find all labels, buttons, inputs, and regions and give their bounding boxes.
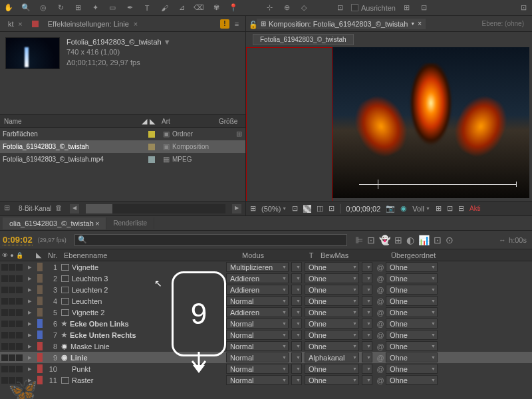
track-matte-type[interactable]: ▼ [362, 262, 372, 272]
layer-label[interactable] [37, 331, 43, 339]
col-name[interactable]: Name [0, 118, 139, 125]
lock-toggle[interactable] [16, 366, 23, 372]
transparency-icon[interactable] [303, 205, 311, 213]
view1-icon[interactable]: ⊞ [436, 204, 442, 213]
layer-name[interactable]: ◉Linie [61, 353, 226, 362]
scroll-left-icon[interactable]: ◀ [70, 204, 79, 213]
comp-thumbnail[interactable] [5, 37, 60, 69]
mask-icon[interactable]: ◫ [317, 204, 323, 213]
visibility-toggle[interactable] [1, 287, 8, 293]
track-matte-type[interactable]: ▼ [362, 341, 372, 351]
view2-icon[interactable]: ⊡ [447, 204, 453, 213]
parent-dropdown[interactable]: Ohne▼ [386, 375, 438, 385]
channel-icon[interactable]: ◉ [400, 204, 407, 213]
track-matte-dropdown[interactable]: Alphakanal▼ [305, 352, 359, 362]
layer-row[interactable]: ▸ 8 ◉Maske Linie Normal▼ ▼ Ohne▼ ▼ @ Ohn… [0, 340, 532, 352]
pickwhip-icon[interactable]: @ [375, 320, 386, 328]
align-checkbox[interactable]: Ausrichten [351, 4, 396, 12]
close-icon[interactable]: × [18, 20, 22, 28]
brush-tool-icon[interactable]: 🖌 [158, 2, 170, 14]
solo-toggle[interactable] [9, 275, 15, 282]
parent-dropdown[interactable]: Ohne▼ [386, 307, 438, 317]
blend-mode-dropdown[interactable]: Addieren▼ [226, 285, 289, 295]
pickwhip-icon[interactable]: @ [375, 263, 386, 271]
lock-toggle[interactable] [16, 321, 23, 327]
solo-toggle[interactable] [9, 287, 15, 293]
layer-row[interactable]: ▸ 3 Leuchten 2 Addieren▼ ▼ Ohne▼ ▼ @ Ohn… [0, 284, 532, 295]
expand-icon[interactable]: ▸ [24, 285, 36, 294]
auto-key-icon[interactable]: ⊙ [446, 235, 454, 245]
interpret-icon[interactable]: ⊞ [4, 203, 15, 214]
col-size[interactable]: Größe [219, 118, 245, 125]
track-matte-type[interactable]: ▼ [362, 364, 372, 374]
used-dropdown-icon[interactable]: ▼ [164, 38, 171, 46]
comp-mini-icon[interactable]: ⊫ [355, 235, 363, 245]
frame-blend-icon[interactable]: ⊞ [394, 235, 402, 245]
parent-dropdown[interactable]: Ohne▼ [386, 296, 438, 306]
expand-icon[interactable]: ▸ [24, 342, 36, 350]
graph-icon[interactable]: 📊 [418, 235, 430, 245]
panel-menu-icon[interactable]: ≡ [231, 18, 243, 30]
active-camera[interactable]: Akti [469, 205, 481, 212]
solo-toggle[interactable] [9, 298, 15, 305]
layer-name[interactable]: Leuchten [61, 297, 226, 305]
blend-mode-dropdown[interactable]: Multiplizieren▼ [226, 262, 289, 272]
shy-icon[interactable]: 👻 [379, 235, 390, 245]
preserve-transparency-dropdown[interactable]: ▼ [291, 262, 302, 272]
col-name[interactable]: Ebenenname [61, 251, 239, 259]
track-matte-dropdown[interactable]: Ohne▼ [305, 307, 359, 317]
lock-toggle[interactable] [16, 275, 23, 282]
solo-toggle[interactable] [9, 309, 15, 316]
track-matte-type[interactable]: ▼ [362, 330, 372, 340]
preserve-transparency-dropdown[interactable]: ▼ [291, 352, 302, 362]
preserve-transparency-dropdown[interactable]: ▼ [291, 330, 302, 340]
track-matte-dropdown[interactable]: Ohne▼ [305, 262, 359, 272]
layer-name[interactable]: Punkt [61, 365, 226, 373]
lock-toggle[interactable] [16, 309, 23, 316]
snapshot-icon[interactable]: 📷 [386, 204, 395, 213]
layer-tab[interactable]: Ebene: (ohne) [482, 20, 529, 27]
layer-row[interactable]: ▸ 9 ◉Linie Normal▼ ▼ Alphakanal▼ ▼ @ Ohn… [0, 352, 532, 363]
layer-label[interactable] [37, 319, 43, 328]
blend-mode-dropdown[interactable]: Normal▼ [226, 330, 289, 340]
view-axis-icon[interactable]: ◇ [298, 2, 310, 14]
lock-toggle[interactable] [16, 287, 23, 293]
preserve-transparency-dropdown[interactable]: ▼ [291, 285, 302, 295]
comp-viewer[interactable] [246, 47, 532, 201]
layer-row[interactable]: ▸ 11 Raster Normal▼ ▼ Ohne▼ ▼ @ Ohne▼ [0, 374, 532, 386]
solo-toggle[interactable] [9, 321, 15, 327]
visibility-toggle[interactable] [1, 264, 8, 271]
time-nav-icon[interactable]: ↔ [499, 236, 506, 244]
h-scrollbar[interactable] [86, 204, 225, 213]
shape-tool-icon[interactable]: ▭ [106, 2, 118, 14]
camera-tool-icon[interactable]: ⊞ [72, 2, 84, 14]
layer-row[interactable]: ▸ 10 Punkt Normal▼ ▼ Ohne▼ ▼ @ Ohne▼ [0, 363, 532, 374]
blend-mode-dropdown[interactable]: Normal▼ [226, 296, 289, 306]
layer-name[interactable]: ◉Maske Linie [61, 342, 226, 350]
blend-mode-dropdown[interactable]: Normal▼ [226, 375, 289, 385]
blend-mode-dropdown[interactable]: Addieren▼ [226, 273, 289, 283]
motion-blur-icon[interactable]: ◐ [406, 235, 414, 245]
preserve-transparency-dropdown[interactable]: ▼ [291, 319, 302, 329]
breadcrumb-item[interactable]: Fotolia_61942803_©_twistah [253, 34, 354, 45]
anchor-tool-icon[interactable]: ✦ [89, 2, 101, 14]
track-matte-dropdown[interactable]: Ohne▼ [305, 364, 359, 374]
track-matte-dropdown[interactable]: Ohne▼ [305, 330, 359, 340]
local-axis-icon[interactable]: ⊹ [263, 2, 275, 14]
preserve-transparency-dropdown[interactable]: ▼ [291, 375, 302, 385]
parent-dropdown[interactable]: Ohne▼ [386, 273, 438, 283]
search-input[interactable] [90, 236, 344, 243]
track-matte-dropdown[interactable]: Ohne▼ [305, 319, 359, 329]
view3-icon[interactable]: ⊟ [458, 204, 464, 213]
project-item[interactable]: Fotolia_61942803_©_twistah.mp4▦ MPEG [0, 153, 245, 166]
preserve-transparency-dropdown[interactable]: ▼ [291, 273, 302, 283]
solo-toggle[interactable] [9, 264, 15, 271]
layer-search[interactable]: 🔍 [74, 234, 347, 246]
col-type[interactable]: Art [159, 118, 219, 125]
layer-label[interactable] [37, 263, 43, 271]
text-tool-icon[interactable]: T [141, 2, 153, 14]
parent-dropdown[interactable]: Ohne▼ [386, 341, 438, 351]
track-matte-type[interactable]: ▼ [362, 352, 372, 362]
expand-icon[interactable]: ▸ [24, 319, 36, 328]
orbit-tool-icon[interactable]: ◎ [37, 2, 49, 14]
